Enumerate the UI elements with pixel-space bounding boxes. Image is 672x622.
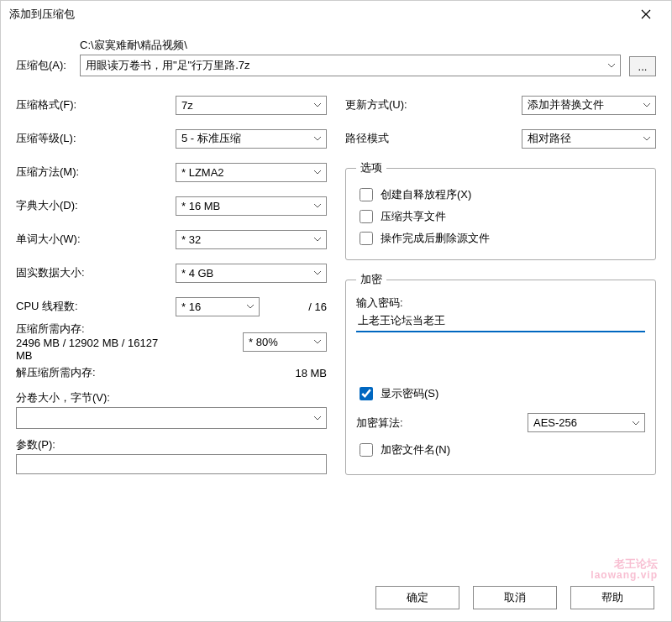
mem-pct-select[interactable]: * 80% xyxy=(243,332,327,352)
sfx-checkbox[interactable] xyxy=(360,188,373,201)
chevron-down-icon xyxy=(311,201,324,210)
method-select[interactable]: * LZMA2 xyxy=(176,163,327,182)
archive-path: C:\寂寞难耐\精品视频\ xyxy=(80,38,621,53)
archive-name-value: 用眼读万卷书，用"足"行万里路.7z xyxy=(86,58,605,73)
enc-method-label: 加密算法: xyxy=(356,416,528,431)
format-label: 压缩格式(F): xyxy=(16,97,176,112)
chevron-down-icon xyxy=(311,235,324,243)
browse-button[interactable]: ... xyxy=(629,56,656,76)
delete-checkbox[interactable] xyxy=(360,232,373,245)
params-label: 参数(P): xyxy=(16,437,327,452)
chevron-down-icon xyxy=(311,269,324,277)
archive-name-combo[interactable]: 用眼读万卷书，用"足"行万里路.7z xyxy=(80,55,621,76)
chevron-down-icon xyxy=(311,414,324,422)
sfx-label: 创建自释放程序(X) xyxy=(381,187,471,202)
mem-decomp-label: 解压缩所需内存: xyxy=(16,365,176,380)
pathmode-label: 路径模式 xyxy=(345,131,522,146)
chevron-down-icon xyxy=(629,419,643,427)
show-password-checkbox[interactable] xyxy=(360,387,373,400)
help-button[interactable]: 帮助 xyxy=(570,586,654,609)
enc-method-select[interactable]: AES-256 xyxy=(528,413,645,432)
chevron-down-icon xyxy=(605,61,618,70)
encrypt-names-label: 加密文件名(N) xyxy=(381,442,450,457)
word-label: 单词大小(W): xyxy=(16,232,176,247)
params-input[interactable] xyxy=(16,454,327,474)
close-button[interactable] xyxy=(627,3,664,26)
mem-decomp-value: 18 MB xyxy=(176,367,327,379)
encryption-legend: 加密 xyxy=(356,272,386,287)
options-legend: 选项 xyxy=(356,160,386,175)
split-combo[interactable] xyxy=(16,407,327,429)
shared-label: 压缩共享文件 xyxy=(381,209,446,224)
chevron-down-icon xyxy=(311,337,324,346)
show-password-label: 显示密码(S) xyxy=(381,386,438,401)
encryption-group: 加密 输入密码: 显示密码(S) 加密算法: AES-256 加密文件名(N) xyxy=(345,272,656,475)
split-label: 分卷大小，字节(V): xyxy=(16,390,327,405)
chevron-down-icon xyxy=(311,134,324,143)
cancel-button[interactable]: 取消 xyxy=(473,586,557,609)
shared-checkbox[interactable] xyxy=(360,210,373,223)
threads-label: CPU 线程数: xyxy=(16,299,176,314)
password-input[interactable] xyxy=(356,311,645,332)
password-label: 输入密码: xyxy=(356,295,645,311)
chevron-down-icon xyxy=(244,302,257,311)
archive-label: 压缩包(A): xyxy=(16,58,80,76)
threads-max: / 16 xyxy=(266,301,327,313)
word-select[interactable]: * 32 xyxy=(176,230,327,249)
chevron-down-icon xyxy=(311,101,324,109)
ok-button[interactable]: 确定 xyxy=(375,586,459,609)
pathmode-select[interactable]: 相对路径 xyxy=(522,129,656,149)
update-label: 更新方式(U): xyxy=(345,97,522,112)
level-select[interactable]: 5 - 标准压缩 xyxy=(176,129,327,149)
mem-comp-label: 压缩所需内存: xyxy=(16,321,176,337)
threads-select[interactable]: * 16 xyxy=(176,297,260,316)
encrypt-names-checkbox[interactable] xyxy=(360,443,373,457)
chevron-down-icon xyxy=(640,134,654,143)
solid-label: 固实数据大小: xyxy=(16,265,176,280)
update-select[interactable]: 添加并替换文件 xyxy=(522,96,656,115)
dict-select[interactable]: * 16 MB xyxy=(176,196,327,216)
chevron-down-icon xyxy=(640,101,654,109)
delete-label: 操作完成后删除源文件 xyxy=(381,231,490,246)
watermark: 老王论坛 laowang.vip xyxy=(591,558,658,581)
chevron-down-icon xyxy=(311,168,324,176)
options-group: 选项 创建自释放程序(X) 压缩共享文件 操作完成后删除源文件 xyxy=(345,160,656,260)
format-select[interactable]: 7z xyxy=(176,96,327,115)
mem-comp-value: 2496 MB / 12902 MB / 16127 MB xyxy=(16,337,176,362)
dict-label: 字典大小(D): xyxy=(16,198,176,213)
method-label: 压缩方法(M): xyxy=(16,165,176,180)
level-label: 压缩等级(L): xyxy=(16,131,176,146)
window-title: 添加到压缩包 xyxy=(9,7,627,22)
solid-select[interactable]: * 4 GB xyxy=(176,264,327,283)
